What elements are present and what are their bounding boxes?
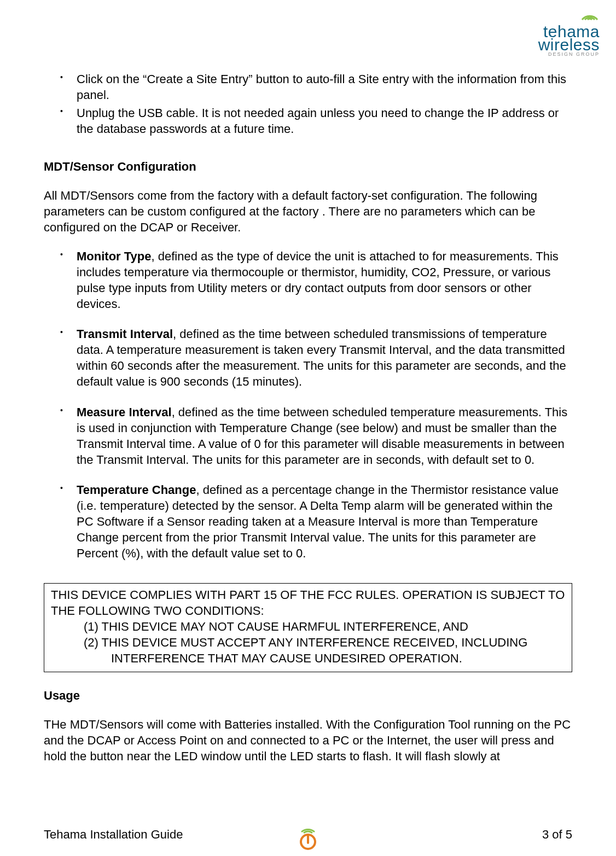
- fcc-cond2-label: (2): [84, 636, 102, 649]
- footer-logo-icon: [293, 821, 323, 852]
- param-term: Temperature Change: [77, 483, 196, 497]
- footer-left-text: Tehama Installation Guide: [44, 828, 183, 842]
- param-term: Monitor Type: [77, 249, 151, 263]
- fcc-cond1-label: (1): [84, 620, 102, 633]
- list-item: Monitor Type, defined as the type of dev…: [44, 248, 572, 312]
- intro-bullet-list: Click on the “Create a Site Entry” butto…: [44, 71, 572, 137]
- param-term: Measure Interval: [77, 405, 172, 419]
- list-item: Temperature Change, defined as a percent…: [44, 482, 572, 561]
- fcc-cond2-text: THIS DEVICE MUST ACCEPT ANY INTERFERENCE…: [102, 636, 528, 649]
- fcc-cond2-cont: INTERFERENCE THAT MAY CAUSE UNDESIRED OP…: [84, 650, 565, 666]
- list-item: Click on the “Create a Site Entry” butto…: [44, 71, 572, 103]
- page-footer: Tehama Installation Guide 3 of 5: [44, 828, 572, 842]
- usage-paragraph: THe MDT/Sensors will come with Batteries…: [44, 717, 572, 764]
- page-content: Click on the “Create a Site Entry” butto…: [44, 71, 572, 764]
- fcc-notice-box: THIS DEVICE COMPLIES WITH PART 15 OF THE…: [44, 583, 572, 672]
- fcc-condition-2: (2) THIS DEVICE MUST ACCEPT ANY INTERFER…: [51, 634, 565, 666]
- wifi-arc-icon: [580, 8, 600, 24]
- document-page: tehama wireless DESIGN GROUP Click on th…: [0, 0, 616, 856]
- footer-page-number: 3 of 5: [542, 828, 572, 842]
- list-item-text: Unplug the USB cable. It is not needed a…: [77, 106, 559, 136]
- logo-line-2: wireless: [538, 37, 600, 53]
- section-heading-usage: Usage: [44, 688, 572, 703]
- fcc-intro: THIS DEVICE COMPLIES WITH PART 15 OF THE…: [51, 587, 565, 619]
- section-heading-config: MDT/Sensor Configuration: [44, 159, 572, 174]
- list-item-text: Click on the “Create a Site Entry” butto…: [77, 72, 566, 102]
- list-item: Transmit Interval, defined as the time b…: [44, 326, 572, 389]
- fcc-condition-1: (1) THIS DEVICE MAY NOT CAUSE HARMFUL IN…: [51, 619, 565, 634]
- fcc-cond1-text: THIS DEVICE MAY NOT CAUSE HARMFUL INTERF…: [102, 620, 468, 633]
- config-params-list: Monitor Type, defined as the type of dev…: [44, 248, 572, 561]
- list-item: Measure Interval, defined as the time be…: [44, 404, 572, 468]
- list-item: Unplug the USB cable. It is not needed a…: [44, 105, 572, 137]
- brand-logo: tehama wireless DESIGN GROUP: [538, 8, 600, 57]
- param-term: Transmit Interval: [77, 327, 173, 341]
- section-intro: All MDT/Sensors come from the factory wi…: [44, 188, 572, 235]
